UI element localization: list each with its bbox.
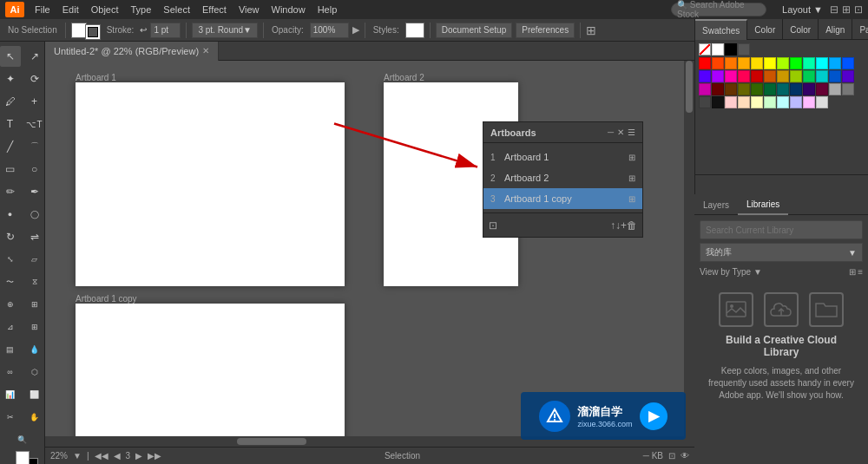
shear-tool[interactable]: ▱: [24, 249, 45, 270]
color-swatch[interactable]: [764, 83, 776, 95]
artboard-icon-2[interactable]: ⊞: [628, 173, 635, 183]
stroke-swatch[interactable]: [85, 24, 101, 40]
canvas-area[interactable]: Artboard 1 Artboard 2 Artboard 1 copy: [45, 61, 694, 447]
color-swatch[interactable]: [777, 57, 789, 69]
color-swatch[interactable]: [790, 57, 802, 69]
search-bar[interactable]: 🔍 Search Adobe Stock: [671, 3, 766, 16]
color-swatch[interactable]: [764, 57, 776, 69]
black-swatch[interactable]: [725, 43, 737, 56]
menu-help[interactable]: Help: [312, 3, 343, 16]
zoom-dropdown[interactable]: ▼: [73, 451, 82, 461]
status-eye-icon[interactable]: 👁: [681, 451, 689, 461]
color-swatch[interactable]: [803, 70, 815, 82]
color-swatch[interactable]: [777, 70, 789, 82]
menu-type[interactable]: Type: [126, 3, 157, 16]
layers-tab[interactable]: Layers: [694, 194, 738, 215]
stroke-width-input[interactable]: [150, 23, 181, 38]
prev-artboard-btn[interactable]: ◀◀: [95, 451, 108, 461]
magic-wand-tool[interactable]: ✦: [0, 69, 21, 89]
color-swatch[interactable]: [842, 57, 854, 69]
close-tab-icon[interactable]: ✕: [202, 46, 209, 56]
rect-tool[interactable]: ▭: [0, 159, 21, 180]
reflect-tool[interactable]: ⇌: [24, 226, 45, 247]
white-swatch[interactable]: [712, 43, 724, 56]
panel-minimize-button[interactable]: ─: [608, 127, 614, 137]
artboard-tool[interactable]: ⬜: [24, 384, 45, 405]
color-swatch[interactable]: [725, 57, 737, 69]
color-swatch[interactable]: [764, 70, 776, 82]
pencil-tool[interactable]: ✒: [24, 181, 45, 202]
color-swatch[interactable]: [712, 83, 724, 95]
pathfinder-tab[interactable]: Pathfi: [852, 19, 868, 40]
document-setup-button[interactable]: Document Setup: [436, 23, 513, 38]
brush-selector[interactable]: 3 pt. Round ▼: [192, 23, 258, 38]
libraries-tab[interactable]: Libraries: [738, 194, 788, 215]
eyedropper-tool[interactable]: 💧: [24, 339, 45, 360]
width-tool[interactable]: ⧖: [24, 271, 45, 292]
prev-art-btn[interactable]: ◀: [114, 451, 121, 461]
color-swatch[interactable]: [751, 57, 763, 69]
pen-tool[interactable]: 🖊: [0, 91, 21, 112]
menu-select[interactable]: Select: [158, 3, 195, 16]
menu-view[interactable]: View: [233, 3, 265, 16]
blob-brush-tool[interactable]: ●: [0, 204, 21, 225]
fit-artboard-icon[interactable]: ⊡: [489, 219, 497, 232]
color-swatch[interactable]: [829, 83, 841, 95]
shape-builder-tool[interactable]: ⊞: [24, 294, 45, 315]
add-anchor-tool[interactable]: +: [24, 91, 45, 112]
color-swatch[interactable]: [790, 83, 802, 95]
free-transform-tool[interactable]: ⊕: [0, 294, 21, 315]
color-swatch[interactable]: [790, 96, 802, 108]
color-swatch[interactable]: [699, 96, 711, 108]
document-tab[interactable]: Untitled-2* @ 22% (RGB/Preview) ✕: [45, 42, 219, 61]
menu-window[interactable]: Window: [266, 3, 311, 16]
color-swatch[interactable]: [699, 57, 711, 69]
slice-tool[interactable]: ✂: [0, 407, 21, 428]
preferences-button[interactable]: Preferences: [516, 23, 575, 38]
color-swatch[interactable]: [738, 57, 750, 69]
color-swatch[interactable]: [816, 96, 828, 108]
color-swatch[interactable]: [699, 83, 711, 95]
color-swatch[interactable]: [712, 70, 724, 82]
color-swatch[interactable]: [712, 96, 724, 108]
color-swatch[interactable]: [751, 96, 763, 108]
artboard-icon-3[interactable]: ⊞: [628, 194, 635, 204]
scale-tool[interactable]: ⤡: [0, 249, 21, 270]
color-swatch[interactable]: [764, 96, 776, 108]
color-swatch[interactable]: [816, 83, 828, 95]
color-swatch[interactable]: [803, 96, 815, 108]
color-swatch[interactable]: [803, 83, 815, 95]
next-artboard-btn[interactable]: ▶▶: [148, 451, 161, 461]
color-swatch[interactable]: [816, 70, 828, 82]
fill-color[interactable]: [16, 451, 30, 464]
line-tool[interactable]: ╱: [0, 136, 21, 157]
arc-tool[interactable]: ⌒: [24, 136, 45, 157]
zoom-level[interactable]: 22%: [50, 451, 68, 461]
add-artboard-icon[interactable]: +: [621, 219, 627, 232]
color-swatch[interactable]: [751, 83, 763, 95]
artboard-row-1[interactable]: 1 Artboard 1 ⊞: [483, 147, 642, 167]
swatches-tab[interactable]: Swatches: [695, 19, 747, 40]
direct-select-tool[interactable]: ↗: [24, 46, 45, 67]
swatch-reg[interactable]: [738, 43, 750, 56]
library-search-input[interactable]: [700, 220, 863, 239]
color-swatch[interactable]: [829, 57, 841, 69]
color-swatch[interactable]: [751, 70, 763, 82]
color-swatch[interactable]: [816, 57, 828, 69]
opacity-input[interactable]: [310, 23, 349, 38]
color-swatch[interactable]: [738, 83, 750, 95]
none-swatch[interactable]: [699, 43, 711, 56]
color-swatch[interactable]: [777, 96, 789, 108]
vertical-scrollbar[interactable]: [684, 61, 694, 447]
color-swatch[interactable]: [803, 57, 815, 69]
artboard-row-3[interactable]: 3 Artboard 1 copy ⊞: [483, 188, 642, 209]
column-graph-tool[interactable]: 📊: [0, 384, 21, 405]
color-swatch[interactable]: [842, 83, 854, 95]
view-by-type-button[interactable]: View by Type ▼: [700, 267, 762, 277]
menu-object[interactable]: Object: [86, 3, 124, 16]
zoom-tool[interactable]: 🔍: [12, 429, 33, 450]
styles-swatch[interactable]: [405, 23, 424, 38]
menu-effect[interactable]: Effect: [197, 3, 232, 16]
color-swatch[interactable]: [790, 70, 802, 82]
lasso-tool[interactable]: ⟳: [24, 69, 45, 89]
